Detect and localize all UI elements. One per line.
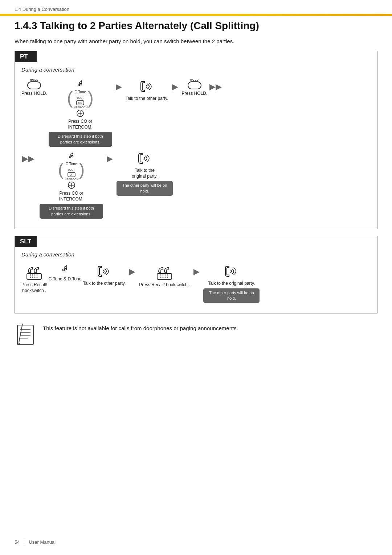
- svg-point-15: [30, 274, 31, 275]
- page-title: 1.4.3 Talking to 2 Parties Alternately (…: [15, 20, 377, 32]
- pt-label: PT: [15, 51, 37, 62]
- footer: 54 User Manual: [15, 536, 377, 545]
- open-bracket-1: (: [67, 89, 73, 107]
- pt-step3: Talk to the other party.: [126, 78, 168, 102]
- talking-handset-1: [138, 78, 156, 94]
- arrow-1: ▶: [116, 78, 122, 92]
- slt-step1: Press Recall/hookswitch .: [21, 263, 47, 293]
- pt-row2-step2: Talk to theoriginal party. The other par…: [117, 150, 173, 196]
- svg-rect-25: [157, 274, 172, 279]
- svg-point-23: [63, 269, 65, 271]
- disregard-note-1: Disregard this step if both parties are …: [49, 132, 112, 147]
- ctone-icon-1: [74, 78, 86, 90]
- svg-point-28: [165, 274, 166, 275]
- intercom-btn-icon: [76, 109, 84, 117]
- svg-point-22: [37, 276, 38, 278]
- svg-point-27: [163, 274, 164, 275]
- pt-step4-label: Press HOLD.: [182, 91, 208, 97]
- svg-text:OR: OR: [69, 174, 73, 176]
- pt-row2-step1-label: Press CO orINTERCOM.: [59, 191, 83, 202]
- pt-subtitle: During a conversation: [15, 62, 377, 75]
- svg-point-7: [69, 156, 71, 158]
- breadcrumb: 1.4 During a Conversation: [15, 7, 69, 12]
- ctone-icon-slt: [59, 263, 71, 275]
- note-icon: [15, 321, 36, 349]
- pt-diagram: PT During a conversation HOLD Press HOLD…: [15, 51, 377, 229]
- talking-handset-slt-2: [222, 263, 241, 279]
- desk-phone-icon-2: [156, 263, 173, 281]
- talking-handset-2: [136, 150, 154, 166]
- accent-bar: [0, 14, 392, 16]
- slt-step1-label: Press Recall/hookswitch .: [21, 282, 47, 293]
- slt-step5-label: Talk to the original party.: [208, 281, 255, 287]
- arrow-2: ▶: [172, 78, 178, 92]
- svg-point-31: [163, 276, 164, 278]
- svg-rect-14: [27, 274, 41, 279]
- close-bracket-1: ): [88, 89, 94, 107]
- main-content: 1.4.3 Talking to 2 Parties Alternately (…: [15, 20, 377, 349]
- svg-point-1: [80, 84, 82, 85]
- pt-row2-step2-label: Talk to theoriginal party.: [132, 168, 158, 179]
- slt-step2: C.Tone & D.Tone: [49, 263, 82, 282]
- footer-page: 54: [15, 539, 20, 545]
- desk-phone-icon-1: [25, 263, 43, 281]
- slt-row1: Press Recall/hookswitch . C.Tone & D.Ton…: [21, 263, 371, 303]
- slt-step3-label: Talk to the other party.: [83, 281, 126, 287]
- pt-row2: ▶▶ ( C.Tone: [21, 150, 371, 219]
- pt-step2-group: ( C.Tone: [49, 78, 112, 147]
- hold-icon-2: HOLD: [188, 78, 201, 89]
- note-section: This feature is not available for calls …: [15, 321, 377, 349]
- open-bracket-2: (: [58, 161, 64, 178]
- svg-point-30: [160, 276, 162, 278]
- slt-arrow-2: ▶: [193, 263, 200, 276]
- svg-point-24: [65, 268, 67, 270]
- close-bracket-2: ): [79, 161, 85, 178]
- hold-icon-1: HOLD: [27, 78, 41, 89]
- svg-point-18: [37, 274, 38, 275]
- disregard-note-2: Disregard this step if both parties are …: [40, 204, 103, 219]
- talking-handset-slt-1: [95, 263, 113, 279]
- svg-point-19: [30, 276, 31, 278]
- svg-rect-34: [17, 325, 33, 345]
- slt-label: SLT: [15, 236, 37, 247]
- double-arrow-2: ▶▶: [22, 150, 34, 163]
- pt-step4: HOLD Press HOLD.: [182, 78, 208, 97]
- svg-point-17: [34, 274, 36, 275]
- pt-step1: HOLD Press HOLD.: [21, 78, 47, 97]
- slt-step2-label: C.Tone & D.Tone: [49, 276, 82, 282]
- intercom-btn-icon-2: [68, 181, 75, 189]
- slt-step3: Talk to the other party.: [83, 263, 126, 287]
- pt-row1: HOLD Press HOLD. (: [21, 78, 371, 147]
- arrow-3: ▶: [107, 150, 113, 163]
- slt-step5: Talk to the original party. The other pa…: [203, 263, 260, 303]
- notepad-icon: [15, 321, 36, 347]
- slt-subtitle: During a conversation: [15, 247, 377, 260]
- pt-step3-label: Talk to the other party.: [126, 96, 168, 102]
- intro-text: When talking to one party with another p…: [15, 38, 377, 44]
- hold-on-note-slt: The other party will be on hold.: [203, 288, 260, 303]
- svg-point-16: [32, 274, 33, 275]
- svg-point-32: [165, 276, 166, 278]
- svg-point-33: [167, 276, 168, 278]
- svg-point-26: [160, 274, 162, 275]
- pt-row2-step1-group: ( C.Tone (CO): [40, 150, 103, 219]
- slt-inner: Press Recall/hookswitch . C.Tone & D.Ton…: [15, 260, 377, 313]
- double-arrow-1: ▶▶: [209, 78, 222, 92]
- ctone-icon-2: [66, 150, 77, 162]
- pt-step2-label: Press CO orINTERCOM.: [68, 119, 93, 130]
- slt-step4: Press Recall/ hookswitch .: [139, 263, 190, 288]
- slt-diagram: SLT During a conversation: [15, 236, 377, 313]
- footer-divider: [24, 539, 24, 545]
- co-btn-icon-2: OR: [68, 172, 75, 177]
- svg-point-8: [71, 155, 73, 157]
- slt-step4-label: Press Recall/ hookswitch .: [139, 282, 190, 288]
- svg-point-29: [167, 274, 168, 275]
- svg-line-39: [19, 324, 23, 343]
- footer-label: User Manual: [29, 539, 56, 545]
- hold-on-note-1: The other party will be on hold.: [117, 181, 173, 196]
- svg-point-20: [32, 276, 33, 278]
- pt-inner: HOLD Press HOLD. (: [15, 75, 377, 229]
- slt-arrow-1: ▶: [129, 263, 135, 276]
- pt-step1-label: Press HOLD.: [21, 91, 47, 97]
- svg-point-21: [34, 276, 36, 278]
